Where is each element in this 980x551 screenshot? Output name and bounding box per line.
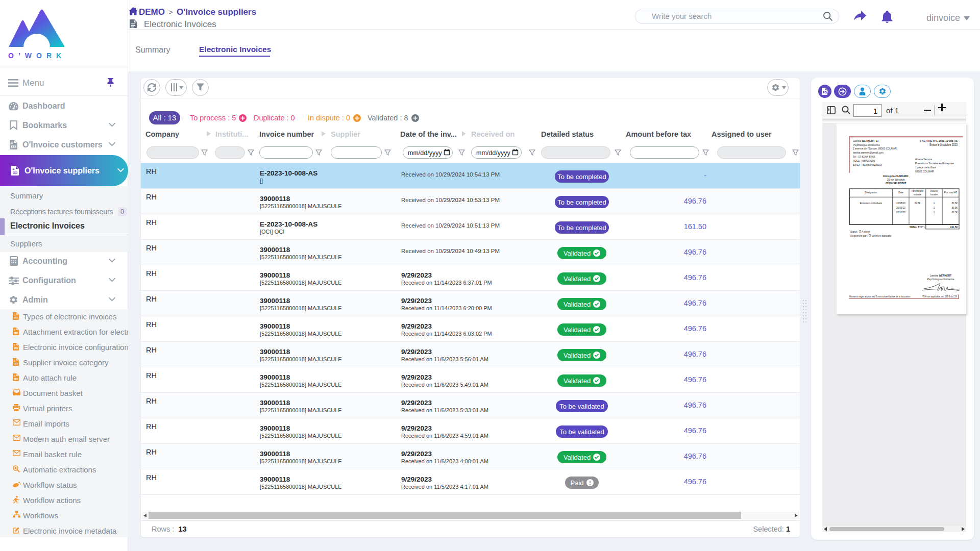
svg-text:O’WORK: O’WORK bbox=[8, 52, 66, 60]
